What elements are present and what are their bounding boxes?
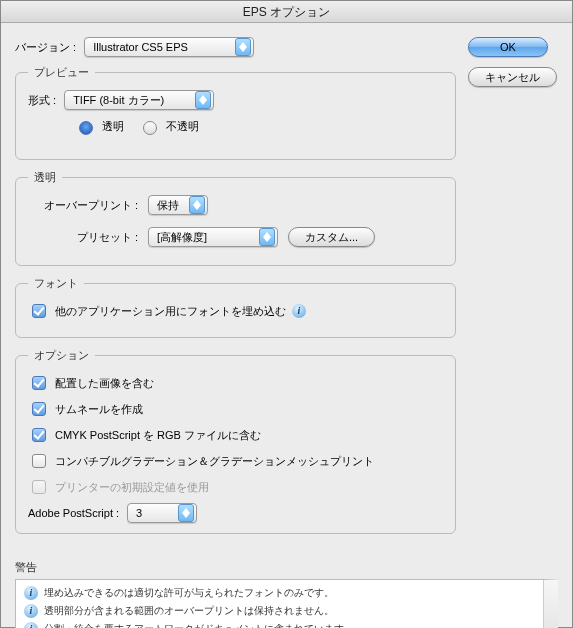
preview-group: プレビュー 形式 : TIFF (8-bit カラー) [15, 65, 456, 160]
transparent-radio-input[interactable] [79, 121, 93, 135]
warning-text: 透明部分が含まれる範囲のオーバープリントは保持されません。 [44, 604, 334, 618]
format-select[interactable]: TIFF (8-bit カラー) [64, 90, 214, 110]
thumbnails-label: サムネールを作成 [55, 402, 143, 417]
postscript-select[interactable]: 3 [127, 503, 197, 523]
warnings-label: 警告 [15, 560, 558, 575]
cmyk-rgb-checkbox[interactable] [32, 428, 46, 442]
printer-defaults-checkbox [32, 480, 46, 494]
postscript-select-value: 3 [136, 507, 142, 519]
options-legend: オプション [28, 348, 95, 363]
fonts-group: フォント 他のアプリケーション用にフォントを埋め込む i [15, 276, 456, 338]
opaque-radio-input[interactable] [143, 121, 157, 135]
ok-button[interactable]: OK [468, 37, 548, 57]
options-group: オプション 配置した画像を含む サムネールを作成 CMYK PostScript… [15, 348, 456, 534]
fonts-legend: フォント [28, 276, 84, 291]
printer-defaults-label: プリンターの初期設定値を使用 [55, 480, 209, 495]
eps-options-dialog: EPS オプション バージョン : Illustrator CS5 EPS プレ… [0, 0, 573, 628]
window-title: EPS オプション [243, 5, 330, 19]
embed-fonts-row[interactable]: 他のアプリケーション用にフォントを埋め込む i [28, 301, 443, 321]
preview-legend: プレビュー [28, 65, 95, 80]
info-icon: i [24, 622, 38, 628]
include-images-row[interactable]: 配置した画像を含む [28, 373, 443, 393]
compat-grad-row[interactable]: コンパチブルグラデーション＆グラデーションメッシュプリント [28, 451, 443, 471]
preset-select[interactable]: [高解像度] [148, 227, 278, 247]
title-bar: EPS オプション [1, 1, 572, 23]
updown-arrows-icon [195, 91, 211, 109]
cmyk-rgb-row[interactable]: CMYK PostScript を RGB ファイルに含む [28, 425, 443, 445]
updown-arrows-icon [235, 38, 251, 56]
thumbnails-row[interactable]: サムネールを作成 [28, 399, 443, 419]
embed-fonts-label: 他のアプリケーション用にフォントを埋め込む [55, 304, 286, 319]
svg-marker-3 [199, 100, 207, 105]
compat-grad-checkbox[interactable] [32, 454, 46, 468]
printer-defaults-row: プリンターの初期設定値を使用 [28, 477, 443, 497]
include-images-checkbox[interactable] [32, 376, 46, 390]
version-label: バージョン : [15, 40, 76, 55]
compat-grad-label: コンパチブルグラデーション＆グラデーションメッシュプリント [55, 454, 374, 469]
info-icon: i [24, 586, 38, 600]
warnings-box: i 埋め込みできるのは適切な許可が与えられたフォントのみです。 i 透明部分が含… [15, 579, 558, 628]
info-icon: i [24, 604, 38, 618]
version-select[interactable]: Illustrator CS5 EPS [84, 37, 254, 57]
preset-select-value: [高解像度] [157, 230, 207, 245]
version-select-value: Illustrator CS5 EPS [93, 41, 188, 53]
include-images-label: 配置した画像を含む [55, 376, 154, 391]
ok-button-label: OK [500, 41, 516, 53]
custom-button[interactable]: カスタム... [288, 227, 375, 247]
cancel-button[interactable]: キャンセル [468, 67, 557, 87]
warning-item: i 分割・統合を要するアートワークがドキュメントに含まれています。 [24, 622, 536, 628]
updown-arrows-icon [178, 504, 194, 522]
overprint-select[interactable]: 保持 [148, 195, 208, 215]
svg-marker-1 [239, 47, 247, 52]
warning-text: 埋め込みできるのは適切な許可が与えられたフォントのみです。 [44, 586, 334, 600]
updown-arrows-icon [189, 196, 205, 214]
svg-marker-9 [182, 513, 190, 518]
warning-text: 分割・統合を要するアートワークがドキュメントに含まれています。 [44, 622, 354, 628]
cancel-button-label: キャンセル [485, 70, 540, 85]
transparency-legend: 透明 [28, 170, 62, 185]
cmyk-rgb-label: CMYK PostScript を RGB ファイルに含む [55, 428, 261, 443]
svg-marker-5 [193, 205, 201, 210]
radio-transparent[interactable]: 透明 [74, 118, 124, 135]
format-label: 形式 : [28, 93, 56, 108]
overprint-select-value: 保持 [157, 198, 179, 213]
warning-item: i 埋め込みできるのは適切な許可が与えられたフォントのみです。 [24, 586, 536, 600]
transparency-group: 透明 オーバープリント : 保持 プリセット : [15, 170, 456, 266]
transparent-radio-label: 透明 [102, 119, 124, 134]
svg-marker-7 [263, 237, 271, 242]
format-select-value: TIFF (8-bit カラー) [73, 93, 164, 108]
overprint-label: オーバープリント : [28, 198, 138, 213]
embed-fonts-checkbox[interactable] [32, 304, 46, 318]
opaque-radio-label: 不透明 [166, 119, 199, 134]
info-icon[interactable]: i [292, 304, 306, 318]
postscript-label: Adobe PostScript : [28, 507, 119, 519]
preset-label: プリセット : [28, 230, 138, 245]
warning-item: i 透明部分が含まれる範囲のオーバープリントは保持されません。 [24, 604, 536, 618]
updown-arrows-icon [259, 228, 275, 246]
radio-opaque[interactable]: 不透明 [138, 118, 199, 135]
custom-button-label: カスタム... [305, 230, 358, 245]
thumbnails-checkbox[interactable] [32, 402, 46, 416]
